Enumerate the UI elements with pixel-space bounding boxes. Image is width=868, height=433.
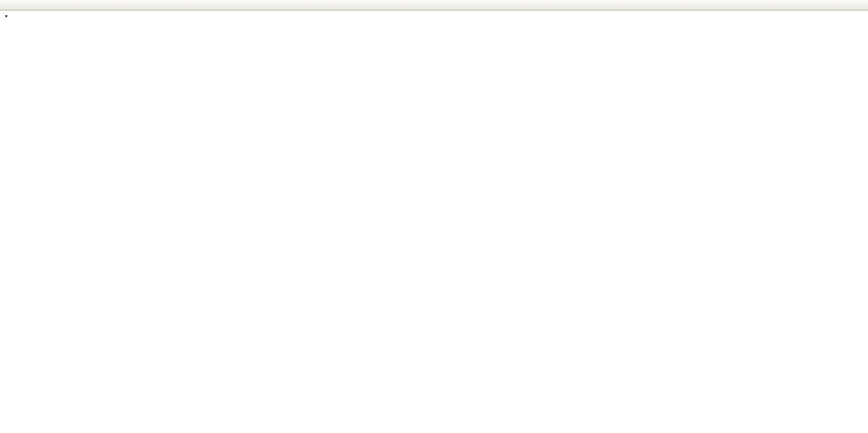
collapse-chart-icon[interactable]: ▼ — [4, 14, 8, 19]
toolbar — [0, 0, 868, 10]
chart-canvas[interactable] — [0, 0, 868, 433]
chart-title: ▼ — [4, 13, 14, 20]
